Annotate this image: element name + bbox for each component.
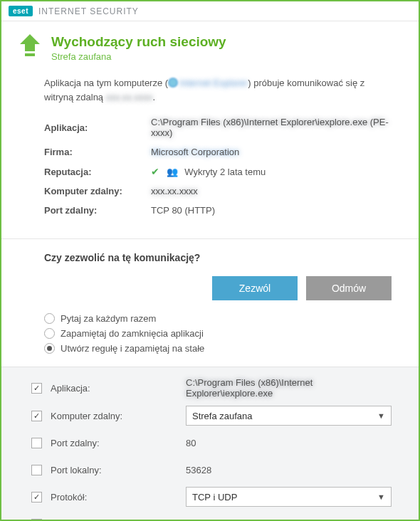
rule-value-application: C:\Program Files (x86)\Internet Explorer…	[186, 377, 392, 399]
radio-icon	[44, 343, 55, 354]
intro-prefix: Aplikacja na tym komputerze	[44, 78, 165, 88]
dialog-header: Wychodzący ruch sieciowy Strefa zaufana	[1, 21, 419, 69]
radio-icon	[44, 313, 55, 324]
chevron-down-icon: ▼	[377, 493, 385, 501]
reputation-text: Wykryty 2 lata temu	[184, 167, 266, 177]
radio-ask-each-time[interactable]: Pytaj za każdym razem	[44, 313, 392, 324]
checkbox-remote[interactable]	[31, 411, 42, 421]
users-icon: 👥	[167, 167, 178, 177]
allow-button[interactable]: Zezwól	[212, 276, 298, 300]
label-company: Firma:	[44, 147, 151, 157]
select-remote[interactable]: Strefa zaufana ▼	[186, 406, 392, 426]
rule-panel: Aplikacja: C:\Program Files (x86)\Intern…	[1, 367, 419, 521]
deny-button[interactable]: Odmów	[306, 276, 392, 300]
value-company: Microsoft Corporation	[151, 147, 392, 157]
outgoing-arrow-icon	[20, 34, 40, 58]
brand-title: INTERNET SECURITY	[38, 6, 139, 16]
rule-row-application: Aplikacja: C:\Program Files (x86)\Intern…	[31, 377, 392, 399]
check-icon: ✔	[151, 166, 159, 177]
rule-row-remote-port: Port zdalny: 80	[31, 433, 392, 453]
select-protocol[interactable]: TCP i UDP ▼	[186, 487, 392, 507]
rule-value-local-port: 53628	[186, 465, 392, 475]
intro-app-blur: Internet Explorer	[179, 78, 248, 88]
rule-label-protocol: Protokół:	[51, 492, 186, 502]
row-company: Firma: Microsoft Corporation	[44, 147, 392, 157]
intro-text: Aplikacja na tym komputerze (Internet Ex…	[44, 76, 392, 104]
rule-label-edit-before-save: Edytuj regułę przed zapisaniem	[51, 519, 179, 522]
dialog-subtitle: Strefa zaufana	[51, 51, 226, 62]
question-section: Czy zezwolić na tę komunikację? Zezwól O…	[1, 238, 419, 367]
svg-marker-0	[20, 34, 40, 51]
checkbox-edit-before-save[interactable]	[31, 519, 42, 522]
info-section: Aplikacja na tym komputerze (Internet Ex…	[1, 69, 419, 238]
radio-icon	[44, 328, 55, 339]
label-remote-port: Port zdalny:	[44, 205, 151, 216]
button-row: Zezwól Odmów	[44, 276, 392, 300]
row-application: Aplikacja: C:\Program Files (x86)\Intern…	[44, 117, 392, 138]
row-reputation: Reputacja: ✔ 👥 Wykryty 2 lata temu	[44, 166, 392, 177]
question-title: Czy zezwolić na tę komunikację?	[44, 252, 392, 263]
brand-badge: eset	[9, 6, 33, 16]
globe-icon	[168, 78, 178, 88]
intro-target-blur: xxx.xx.xxxx	[106, 92, 153, 102]
select-protocol-value: TCP i UDP	[192, 492, 237, 502]
value-application: C:\Program Files (x86)\Internet Explorer…	[151, 117, 392, 138]
label-application: Aplikacja:	[44, 122, 151, 133]
titlebar: eset INTERNET SECURITY	[1, 1, 419, 21]
rule-row-remote: Komputer zdalny: Strefa zaufana ▼	[31, 406, 392, 426]
rule-row-edit-before-save: Edytuj regułę przed zapisaniem	[31, 514, 392, 521]
select-remote-value: Strefa zaufana	[192, 411, 253, 421]
rule-label-application: Aplikacja:	[51, 383, 186, 394]
checkbox-protocol[interactable]	[31, 492, 42, 502]
dialog-title: Wychodzący ruch sieciowy	[51, 34, 226, 50]
checkbox-application[interactable]	[31, 383, 42, 394]
label-remote-computer: Komputer zdalny:	[44, 186, 151, 196]
rule-label-remote-port: Port zdalny:	[51, 438, 186, 448]
value-remote-computer: xxx.xx.xxxx	[151, 186, 392, 196]
radio-create-rule[interactable]: Utwórz regułę i zapamiętaj na stałe	[44, 343, 392, 354]
radio-until-close[interactable]: Zapamiętaj do zamknięcia aplikacji	[44, 328, 392, 339]
radio-label: Utwórz regułę i zapamiętaj na stałe	[61, 343, 204, 354]
svg-rect-1	[25, 53, 35, 56]
value-remote-port: TCP 80 (HTTP)	[151, 205, 392, 216]
radio-label: Pytaj za każdym razem	[61, 313, 156, 324]
row-remote-computer: Komputer zdalny: xxx.xx.xxxx	[44, 186, 392, 196]
checkbox-local-port[interactable]	[31, 465, 42, 475]
radio-label: Zapamiętaj do zamknięcia aplikacji	[61, 328, 204, 339]
rule-label-remote: Komputer zdalny:	[51, 411, 186, 421]
remember-radios: Pytaj za każdym razem Zapamiętaj do zamk…	[44, 313, 392, 354]
chevron-down-icon: ▼	[377, 411, 385, 420]
row-remote-port: Port zdalny: TCP 80 (HTTP)	[44, 205, 392, 216]
rule-value-remote-port: 80	[186, 438, 392, 448]
rule-row-protocol: Protokół: TCP i UDP ▼	[31, 487, 392, 507]
rule-label-local-port: Port lokalny:	[51, 465, 186, 475]
rule-row-local-port: Port lokalny: 53628	[31, 460, 392, 480]
value-reputation: ✔ 👥 Wykryty 2 lata temu	[151, 166, 392, 177]
label-reputation: Reputacja:	[44, 167, 151, 177]
checkbox-remote-port[interactable]	[31, 438, 42, 448]
